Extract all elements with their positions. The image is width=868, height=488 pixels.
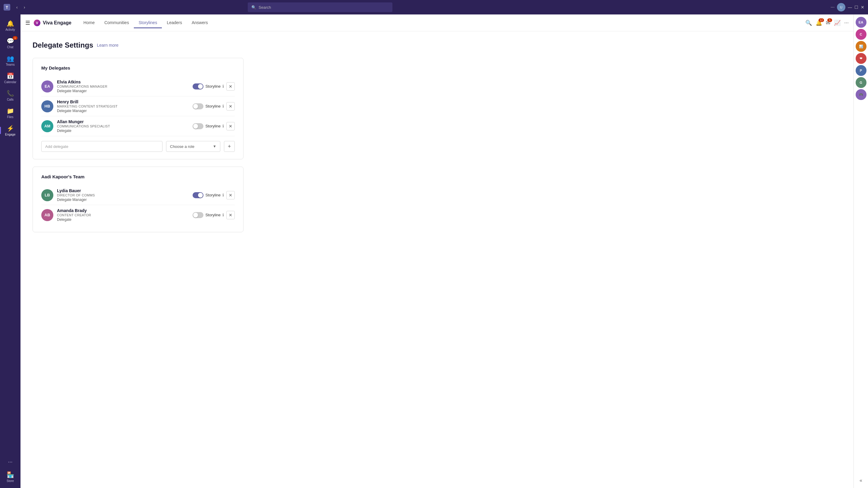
- user-avatar[interactable]: U: [837, 3, 845, 11]
- remove-elvia-button[interactable]: ✕: [226, 82, 235, 91]
- delegate-avatar-elvia: EA: [41, 80, 53, 93]
- forward-button[interactable]: ›: [22, 4, 28, 11]
- delegate-controls-henry: Storyline ℹ ✕: [193, 102, 235, 110]
- nav-leaders[interactable]: Leaders: [162, 18, 187, 28]
- storyline-toggle-lydia[interactable]: [193, 192, 204, 198]
- remove-allan-button[interactable]: ✕: [226, 122, 235, 130]
- info-icon-amanda[interactable]: ℹ: [222, 213, 224, 217]
- notification-badge: 12: [818, 19, 824, 22]
- toggle-container-lydia: Storyline ℹ: [193, 192, 224, 198]
- toggle-container-amanda: Storyline ℹ: [193, 212, 224, 218]
- page-title: Delegate Settings: [33, 41, 93, 50]
- delegate-name-henry: Henry Brill: [57, 99, 193, 104]
- storyline-label-henry: Storyline: [205, 104, 221, 108]
- back-button[interactable]: ‹: [14, 4, 20, 11]
- storyline-toggle-elvia[interactable]: [193, 84, 204, 90]
- role-select-label: Choose a role: [170, 144, 194, 149]
- right-panel-avatar-1[interactable]: EA: [856, 17, 867, 28]
- nav-storylines[interactable]: Storylines: [134, 18, 162, 28]
- my-delegates-title: My Delegates: [41, 65, 235, 70]
- minimize-button[interactable]: —: [848, 5, 852, 10]
- sidebar-item-engage[interactable]: ⚡ Engage: [0, 122, 21, 139]
- viva-logo: V: [34, 20, 40, 26]
- close-button[interactable]: ✕: [861, 5, 864, 10]
- chevron-down-icon: ▼: [213, 144, 216, 149]
- learn-more-link[interactable]: Learn more: [97, 43, 119, 47]
- add-delegate-button[interactable]: +: [224, 141, 235, 152]
- sidebar-item-activity[interactable]: 🔔 Activity: [0, 17, 21, 34]
- sidebar-item-calendar[interactable]: 📅 Calendar: [0, 69, 21, 87]
- search-button[interactable]: 🔍: [805, 20, 812, 26]
- delegate-controls-allan: Storyline ℹ ✕: [193, 122, 235, 130]
- sidebar-item-label: Calls: [7, 98, 13, 101]
- remove-amanda-button[interactable]: ✕: [226, 211, 235, 219]
- remove-henry-button[interactable]: ✕: [226, 102, 235, 110]
- top-nav-links: Home Communities Storylines Leaders Answ…: [79, 18, 213, 28]
- delegate-info-henry: Henry Brill MARKETING CONTENT STRATEGIST…: [57, 99, 193, 113]
- nav-answers[interactable]: Answers: [187, 18, 213, 28]
- sidebar: 🔔 Activity 💬 1 Chat 👥 Teams 📅 Calendar 📞…: [0, 14, 21, 488]
- add-delegate-input[interactable]: [41, 141, 162, 152]
- delegate-row-amanda: AB Amanda Brady CONTENT CREATOR Delegate…: [41, 205, 235, 225]
- sidebar-item-teams[interactable]: 👥 Teams: [0, 52, 21, 69]
- sidebar-item-files[interactable]: 📁 Files: [0, 104, 21, 122]
- top-nav: ☰ V Viva Engage Home Communities Storyli…: [21, 14, 854, 31]
- right-panel-avatar-3[interactable]: 📊: [856, 41, 867, 52]
- delegate-row-lydia: LB Lydia Bauer DIRECTOR OF COMMS Delegat…: [41, 185, 235, 205]
- right-panel-avatar-4[interactable]: ❤: [856, 53, 867, 64]
- nav-home[interactable]: Home: [79, 18, 99, 28]
- delegate-role-lydia: Delegate Manager: [57, 198, 193, 202]
- maximize-button[interactable]: ☐: [855, 5, 858, 10]
- delegate-name-allan: Allan Munger: [57, 119, 193, 124]
- storyline-toggle-henry[interactable]: [193, 103, 204, 109]
- delegate-info-elvia: Elvia Atkins COMMUNICATIONS MANAGER Dele…: [57, 79, 193, 93]
- storyline-toggle-amanda[interactable]: [193, 212, 204, 218]
- title-bar: T ‹ › 🔍 ··· U — ☐ ✕: [0, 0, 868, 14]
- teams-icon: 👥: [7, 55, 14, 62]
- right-panel-avatar-6[interactable]: G: [856, 77, 867, 88]
- delegate-role-henry: Delegate Manager: [57, 109, 193, 113]
- app-brand-name: Viva Engage: [43, 20, 71, 26]
- info-icon-lydia[interactable]: ℹ: [222, 193, 224, 197]
- delegate-row-henry: HB Henry Brill MARKETING CONTENT STRATEG…: [41, 96, 235, 116]
- sidebar-more-button[interactable]: ···: [5, 456, 16, 468]
- right-panel-avatar-5[interactable]: P: [856, 65, 867, 76]
- store-icon: 🏪: [7, 471, 14, 478]
- info-icon-elvia[interactable]: ℹ: [222, 84, 224, 89]
- info-icon-allan[interactable]: ℹ: [222, 124, 224, 128]
- delegate-controls-lydia: Storyline ℹ ✕: [193, 191, 235, 199]
- sidebar-item-calls[interactable]: 📞 Calls: [0, 87, 21, 104]
- activity-icon: 🔔: [7, 20, 14, 27]
- hamburger-button[interactable]: ☰: [25, 20, 30, 26]
- teams-app-icon: T: [4, 4, 10, 10]
- title-bar-nav: ‹ ›: [14, 4, 27, 11]
- analytics-button[interactable]: 📈: [834, 20, 841, 26]
- delegate-name-elvia: Elvia Atkins: [57, 79, 193, 84]
- right-panel: EA C 📊 ❤ P G 🎮 «: [854, 14, 868, 488]
- notification-button[interactable]: 🔔 12: [815, 20, 822, 26]
- nav-communities[interactable]: Communities: [99, 18, 134, 28]
- info-icon-henry[interactable]: ℹ: [222, 104, 224, 108]
- search-input[interactable]: [258, 5, 389, 10]
- message-button[interactable]: ✉ 5: [826, 20, 830, 26]
- team-section-title: Aadi Kapoor's Team: [41, 174, 235, 179]
- delegate-avatar-amanda: AB: [41, 209, 53, 221]
- sidebar-item-store[interactable]: 🏪 Store: [0, 468, 21, 486]
- toggle-container-allan: Storyline ℹ: [193, 123, 224, 129]
- search-icon: 🔍: [251, 5, 256, 10]
- collapse-panel-button[interactable]: «: [857, 475, 865, 486]
- remove-lydia-button[interactable]: ✕: [226, 191, 235, 199]
- delegate-avatar-allan: AM: [41, 120, 53, 132]
- more-options-button[interactable]: ···: [831, 4, 835, 10]
- toggle-container-henry: Storyline ℹ: [193, 103, 224, 109]
- right-panel-avatar-2[interactable]: C: [856, 29, 867, 40]
- role-select-dropdown[interactable]: Choose a role ▼: [166, 141, 220, 152]
- delegate-title-allan: COMMUNICATIONS SPECIALIST: [57, 124, 193, 128]
- storyline-label-amanda: Storyline: [205, 213, 221, 217]
- storyline-toggle-allan[interactable]: [193, 123, 204, 129]
- page-title-row: Delegate Settings Learn more: [33, 41, 841, 50]
- sidebar-item-chat[interactable]: 💬 1 Chat: [0, 34, 21, 52]
- right-panel-avatar-7[interactable]: 🎮: [856, 89, 867, 100]
- delegate-name-amanda: Amanda Brady: [57, 208, 193, 213]
- more-nav-button[interactable]: ···: [844, 20, 849, 26]
